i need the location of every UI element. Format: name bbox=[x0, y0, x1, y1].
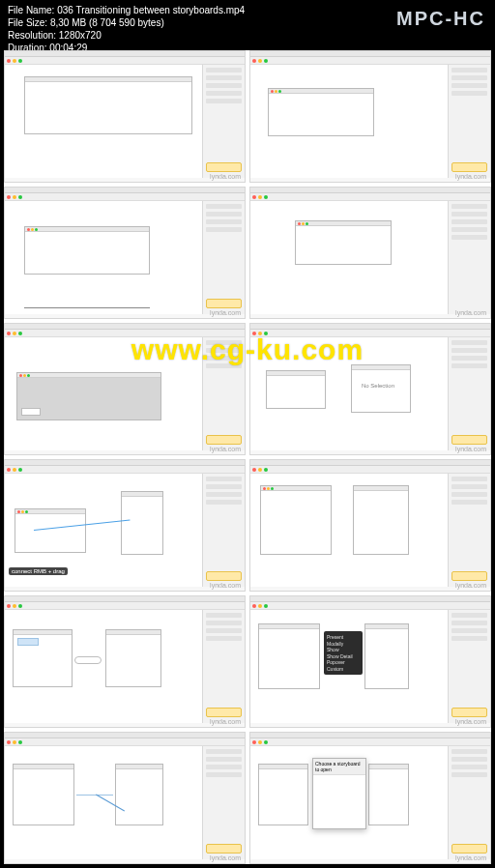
resolution-label: Resolution: bbox=[8, 30, 56, 41]
watermark-icon: lynda.com bbox=[210, 582, 241, 589]
thumb-05[interactable]: lynda.com bbox=[4, 323, 246, 455]
player-brand: MPC-HC bbox=[396, 6, 485, 31]
resolution-value: 1280x720 bbox=[59, 30, 102, 41]
watermark-icon: lynda.com bbox=[210, 854, 241, 861]
thumb-11[interactable]: lynda.com bbox=[4, 732, 246, 864]
watermark-icon: lynda.com bbox=[455, 309, 486, 316]
thumb-03[interactable]: lynda.com bbox=[4, 187, 246, 319]
watermark-icon: lynda.com bbox=[210, 173, 241, 180]
thumbnail-grid: lynda.com lynda.com lynda.com bbox=[4, 50, 491, 864]
watermark-icon: lynda.com bbox=[455, 173, 486, 180]
connect-tooltip: connect RMB + drag bbox=[9, 567, 68, 575]
watermark-icon: lynda.com bbox=[210, 446, 241, 452]
watermark-icon: lynda.com bbox=[455, 446, 486, 452]
thumb-10[interactable]: Present Modally Show Show Detail Popover… bbox=[249, 595, 491, 728]
file-size-label: File Size: bbox=[8, 17, 47, 28]
watermark-icon: lynda.com bbox=[210, 718, 241, 725]
thumb-08[interactable]: lynda.com bbox=[249, 459, 491, 592]
player-header: File Name: 036 Transitioning between sto… bbox=[0, 0, 495, 52]
segue-option: Custom bbox=[327, 666, 360, 673]
watermark-icon: lynda.com bbox=[210, 309, 241, 316]
thumb-01[interactable]: lynda.com bbox=[4, 50, 246, 183]
thumb-04[interactable]: lynda.com bbox=[249, 187, 491, 319]
file-size-value: 8,30 MB (8 704 590 bytes) bbox=[50, 17, 164, 28]
thumb-06[interactable]: No Selection lynda.com bbox=[249, 323, 491, 455]
thumb-09[interactable]: lynda.com bbox=[4, 595, 246, 728]
popup-title: Choose a storyboard to open bbox=[313, 759, 365, 775]
segue-option: Present Modally bbox=[327, 634, 360, 647]
file-name-value: 036 Transitioning between storyboards.mp… bbox=[57, 5, 245, 15]
watermark-icon: lynda.com bbox=[455, 582, 486, 589]
watermark-icon: lynda.com bbox=[455, 854, 486, 861]
thumb-07[interactable]: connect RMB + drag lynda.com bbox=[4, 459, 246, 592]
file-name-label: File Name: bbox=[8, 5, 54, 15]
thumb-02[interactable]: lynda.com bbox=[249, 50, 491, 183]
watermark-icon: lynda.com bbox=[455, 718, 486, 725]
thumb-12[interactable]: Choose a storyboard to open lynda.com bbox=[249, 732, 491, 864]
